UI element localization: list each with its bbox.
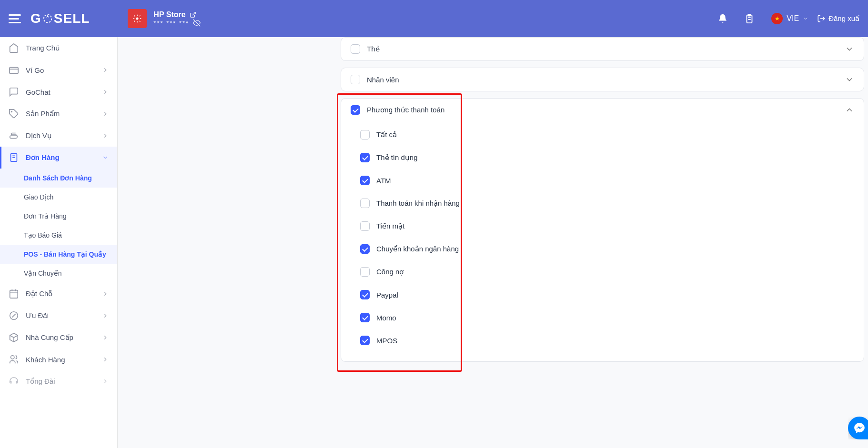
chevron-right-icon [102, 356, 109, 363]
payment-option-all[interactable]: Tất cả [360, 123, 854, 146]
lang-text: VIE [787, 14, 799, 23]
sidebar-sub-pos[interactable]: POS - Bán Hàng Tại Quầy [0, 245, 117, 264]
language-selector[interactable]: ★ VIE [771, 13, 808, 24]
logo-text-1: G [30, 11, 41, 26]
messenger-chat-button[interactable] [848, 417, 868, 439]
bell-icon [717, 13, 728, 24]
sidebar-sub-shipping[interactable]: Vận Chuyển [0, 264, 117, 283]
logo[interactable]: G SELL [30, 11, 90, 26]
checkbox[interactable] [360, 221, 370, 231]
messenger-icon [853, 422, 866, 434]
sidebar-item-products[interactable]: Sản Phẩm [0, 103, 117, 125]
calendar-icon [9, 289, 19, 299]
sidebar-item-label: Ví Go [26, 66, 95, 74]
payment-option-momo[interactable]: Momo [360, 306, 854, 329]
sidebar-sub-transactions[interactable]: Giao Dịch [0, 188, 117, 207]
sidebar-item-label: Khách Hàng [26, 356, 95, 364]
discount-icon [9, 310, 19, 321]
svg-point-16 [11, 356, 14, 359]
sidebar-sub-quote[interactable]: Tạo Báo Giá [0, 226, 117, 245]
payment-option-paypal[interactable]: Paypal [360, 283, 854, 306]
sidebar-item-promotions[interactable]: Ưu Đãi [0, 305, 117, 327]
sidebar-item-label: Danh Sách Đơn Hàng [24, 174, 109, 182]
menu-toggle-button[interactable] [9, 11, 24, 26]
checkbox-nhanvien[interactable] [351, 75, 360, 84]
option-label: MPOS [376, 337, 397, 345]
sidebar-item-label: POS - Bán Hàng Tại Quầy [24, 250, 109, 258]
sidebar-item-wallet[interactable]: Ví Go [0, 59, 117, 81]
checkbox[interactable] [360, 199, 370, 208]
sidebar-item-label: Ưu Đãi [26, 311, 95, 320]
sidebar-item-supplier[interactable]: Nhà Cung Cấp [0, 327, 117, 348]
chevron-down-icon[interactable] [845, 75, 854, 84]
payment-options-list: Tất cả Thẻ tín dụng ATM Thanh toán khi n… [341, 121, 864, 361]
home-icon [9, 43, 19, 53]
panel-nhanvien: Nhân viên [341, 68, 864, 91]
sidebar-item-home[interactable]: Trang Chủ [0, 37, 117, 59]
store-badge[interactable] [128, 9, 147, 28]
payment-option-banktransfer[interactable]: Chuyển khoản ngân hàng [360, 238, 854, 260]
payment-option-atm[interactable]: ATM [360, 169, 854, 192]
sidebar-item-label: Đơn Hàng [26, 153, 95, 162]
option-label: Paypal [376, 291, 398, 299]
sidebar-item-customers[interactable]: Khách Hàng [0, 348, 117, 370]
payment-option-creditcard[interactable]: Thẻ tín dụng [360, 146, 854, 169]
svg-rect-3 [748, 14, 751, 16]
logout-button[interactable]: Đăng xuấ [817, 14, 859, 23]
chevron-right-icon [102, 110, 109, 117]
chat-icon [9, 87, 19, 97]
sidebar: Trang Chủ Ví Go GoChat Sản Phẩm Dịch Vụ [0, 37, 118, 448]
users-icon [9, 354, 19, 365]
sidebar-item-gochat[interactable]: GoChat [0, 81, 117, 103]
panel-title-the: Thẻ [367, 45, 838, 53]
checkbox[interactable] [360, 130, 370, 139]
sidebar-item-label: Dịch Vụ [26, 131, 95, 140]
flag-vietnam-icon: ★ [771, 13, 783, 24]
sidebar-item-callcenter[interactable]: Tổng Đài [0, 370, 117, 392]
receipt-icon [9, 152, 19, 163]
sidebar-item-label: Vận Chuyển [24, 269, 109, 277]
chevron-up-icon[interactable] [845, 105, 854, 115]
gear-icon [132, 14, 142, 23]
option-label: Momo [376, 314, 396, 322]
clipboard-button[interactable] [740, 9, 759, 28]
checkbox-the[interactable] [351, 44, 360, 54]
chevron-right-icon [102, 312, 109, 319]
sidebar-item-booking[interactable]: Đặt Chỗ [0, 283, 117, 305]
checkbox[interactable] [360, 244, 370, 254]
sidebar-sub-order-list[interactable]: Danh Sách Đơn Hàng [0, 169, 117, 188]
clipboard-icon [744, 13, 755, 24]
chevron-right-icon [102, 290, 109, 297]
checkbox[interactable] [360, 176, 370, 185]
checkbox[interactable] [360, 153, 370, 162]
option-label: Tiền mặt [376, 222, 404, 230]
chevron-right-icon [102, 132, 109, 139]
payment-option-debt[interactable]: Công nợ [360, 260, 854, 283]
tag-icon [9, 109, 19, 119]
sidebar-item-label: Trang Chủ [26, 44, 109, 52]
checkbox[interactable] [360, 267, 370, 277]
option-label: ATM [376, 177, 391, 185]
notifications-button[interactable] [713, 9, 732, 28]
payment-option-cod[interactable]: Thanh toán khi nhận hàng [360, 192, 854, 215]
checkbox[interactable] [360, 313, 370, 322]
svg-rect-11 [10, 290, 18, 299]
sidebar-sub-returns[interactable]: Đơn Trả Hàng [0, 207, 117, 226]
sidebar-item-orders[interactable]: Đơn Hàng [0, 147, 117, 169]
sidebar-item-label: Tạo Báo Giá [24, 231, 109, 239]
box-icon [9, 332, 19, 343]
store-info: HP Store *** *** *** [153, 10, 201, 27]
sidebar-item-services[interactable]: Dịch Vụ [0, 125, 117, 147]
checkbox-payment-method[interactable] [351, 105, 360, 115]
payment-option-cash[interactable]: Tiền mặt [360, 215, 854, 238]
eye-off-icon[interactable] [193, 19, 201, 27]
sidebar-item-label: Tổng Đài [26, 377, 95, 386]
checkbox[interactable] [360, 336, 370, 345]
logout-icon [817, 14, 826, 23]
chevron-right-icon [102, 378, 109, 385]
checkbox[interactable] [360, 290, 370, 299]
payment-option-mpos[interactable]: MPOS [360, 329, 854, 352]
store-stars-text: *** *** *** [153, 20, 189, 27]
external-link-icon[interactable] [190, 11, 196, 18]
chevron-down-icon[interactable] [845, 44, 854, 54]
